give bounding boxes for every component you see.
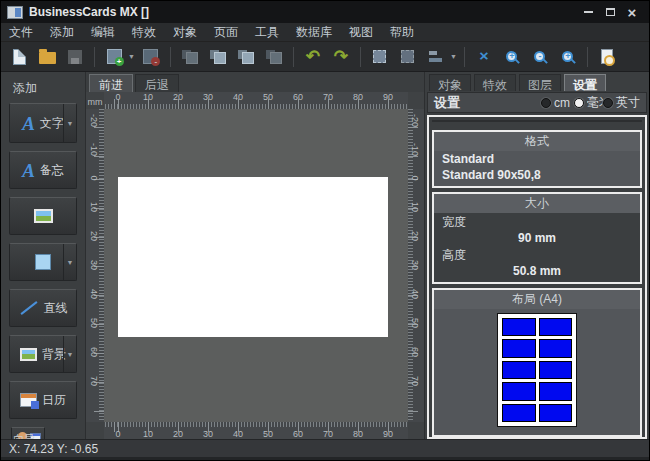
ruler-number: 50 (263, 429, 273, 439)
ruler-number: 30 (89, 259, 99, 271)
duplicate-button[interactable] (262, 45, 286, 69)
add-background-dropdown[interactable]: ▼ (63, 336, 76, 372)
app-icon (7, 6, 23, 19)
menu-object[interactable]: 对象 (173, 24, 197, 41)
ungroup-button[interactable] (396, 45, 420, 69)
unit-mm-label: 毫米 (587, 94, 603, 111)
zoom-selection-button[interactable]: + (556, 45, 580, 69)
paste-button[interactable] (234, 45, 258, 69)
ruler-number: 30 (410, 259, 420, 271)
minimize-icon (584, 11, 593, 13)
settings-panel: 对象 特效 图层 设置 设置 cm 毫米 英寸 (424, 72, 649, 439)
empty-list-strip (432, 120, 642, 122)
align-button[interactable] (424, 45, 448, 69)
layout-header: 布局 (A4) (434, 290, 640, 309)
layout-card-cell (502, 382, 536, 400)
toolbar-separator (94, 47, 95, 67)
menu-page[interactable]: 页面 (214, 24, 238, 41)
menu-view[interactable]: 视图 (349, 24, 373, 41)
redo-button[interactable]: ↷ (329, 45, 353, 69)
page-side-tabs: 前进 后退 (86, 72, 424, 92)
layout-card-cell (502, 339, 536, 357)
zoom-out-icon: - (534, 51, 545, 62)
minimize-button[interactable] (577, 4, 599, 20)
copy-button[interactable] (206, 45, 230, 69)
open-button[interactable] (35, 45, 59, 69)
ruler-number: 0 (410, 172, 420, 184)
menu-tools[interactable]: 工具 (255, 24, 279, 41)
menu-database[interactable]: 数据库 (296, 24, 332, 41)
format-header: 格式 (434, 132, 640, 151)
tab-object[interactable]: 对象 (429, 74, 471, 91)
print-preview-button[interactable] (595, 45, 619, 69)
canvas-frame: mm 0 10 20 30 40 50 60 70 80 90 -20 -10 (86, 92, 424, 439)
menu-add[interactable]: 添加 (50, 24, 74, 41)
add-background-button[interactable]: 背景 ▼ (9, 335, 77, 373)
zoom-fit-button[interactable]: × (472, 45, 496, 69)
design-canvas[interactable] (104, 109, 408, 422)
add-text-button[interactable]: A 文字 ▼ (9, 103, 77, 143)
tab-layers[interactable]: 图层 (519, 74, 561, 91)
ruler-number: 40 (89, 288, 99, 300)
add-rectangle-button[interactable]: ▼ (9, 243, 77, 281)
group-button[interactable] (368, 45, 392, 69)
add-memo-button[interactable]: A 备忘 (9, 151, 77, 189)
delete-page-button[interactable]: - (139, 45, 163, 69)
add-page-icon: + (107, 49, 122, 64)
ruler-number: 80 (353, 92, 363, 102)
tab-back-side[interactable]: 后退 (135, 74, 179, 92)
cut-button[interactable] (178, 45, 202, 69)
add-text-dropdown[interactable]: ▼ (63, 104, 76, 142)
unit-cm-label: cm (554, 96, 570, 110)
line-icon (20, 301, 37, 315)
ruler-number: 0 (115, 429, 120, 439)
add-image-button[interactable] (9, 197, 77, 235)
add-page-button[interactable]: + (102, 45, 126, 69)
menu-edit[interactable]: 编辑 (91, 24, 115, 41)
layout-grid (497, 313, 577, 427)
unit-radio-mm[interactable]: 毫米 (574, 94, 603, 111)
tab-effects[interactable]: 特效 (474, 74, 516, 91)
ruler-number: 20 (173, 429, 183, 439)
tab-front-side[interactable]: 前进 (89, 74, 133, 92)
ruler-number: 60 (293, 429, 303, 439)
zoom-in-button[interactable]: + (500, 45, 524, 69)
menu-effects[interactable]: 特效 (132, 24, 156, 41)
settings-title: 设置 (434, 94, 460, 112)
maximize-button[interactable] (599, 4, 621, 20)
add-rectangle-dropdown[interactable]: ▼ (63, 244, 76, 280)
zoom-out-button[interactable]: - (528, 45, 552, 69)
layout-card-cell (539, 404, 573, 422)
close-button[interactable]: × (621, 4, 643, 20)
ruler-number: 10 (143, 92, 153, 102)
ruler-number: -20 (89, 114, 99, 126)
layout-card-cell (539, 382, 573, 400)
menu-help[interactable]: 帮助 (390, 24, 414, 41)
business-card-page[interactable] (118, 177, 388, 337)
vertical-ruler-left: -20 -10 0 10 20 30 40 50 60 70 (86, 109, 104, 422)
undo-button[interactable]: ↶ (301, 45, 325, 69)
size-group: 大小 宽度90 mm 高度50.8 mm (432, 192, 642, 284)
add-page-dropdown[interactable]: ▼ (128, 53, 135, 60)
ruler-number: -10 (410, 143, 420, 155)
add-line-button[interactable]: 直线 (9, 289, 77, 327)
layout-card-cell (502, 318, 536, 336)
align-dropdown[interactable]: ▼ (450, 53, 457, 60)
unit-radio-inch[interactable]: 英寸 (603, 94, 640, 111)
layout-card-cell (539, 318, 573, 336)
canvas-area: 前进 后退 mm 0 10 20 30 40 50 60 70 80 90 (86, 72, 424, 439)
undo-icon: ↶ (306, 48, 320, 65)
format-group: 格式 Standard Standard 90x50,8 (432, 130, 642, 188)
unit-radio-cm[interactable]: cm (541, 96, 570, 110)
ruler-number: 70 (323, 429, 333, 439)
size-header: 大小 (434, 194, 640, 213)
menu-file[interactable]: 文件 (9, 24, 33, 41)
tab-settings[interactable]: 设置 (564, 74, 606, 91)
toolbar-separator (464, 47, 465, 67)
save-button[interactable] (63, 45, 87, 69)
ruler-unit-label: mm (86, 92, 104, 109)
add-calendar-button[interactable]: 日历 (9, 381, 77, 419)
ruler-number: 40 (233, 429, 243, 439)
paste-icon (237, 49, 255, 65)
new-document-button[interactable] (7, 45, 31, 69)
